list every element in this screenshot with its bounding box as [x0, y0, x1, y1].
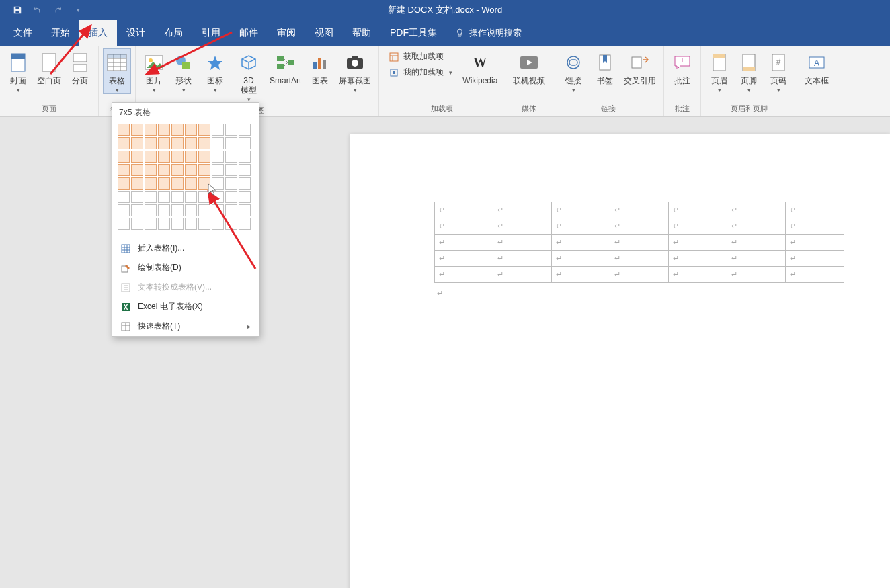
table-cell[interactable]: ↵	[552, 218, 610, 235]
table-grid-cell[interactable]	[185, 137, 197, 149]
table-grid-cell[interactable]	[225, 164, 237, 176]
table-grid-cell[interactable]	[171, 151, 184, 163]
comment-button[interactable]: + 批注	[668, 48, 696, 86]
table-grid-cell[interactable]	[158, 151, 170, 163]
table-cell[interactable]: ↵	[552, 267, 610, 283]
table-grid-cell[interactable]	[185, 177, 197, 190]
table-grid-cell[interactable]	[171, 218, 184, 230]
table-size-grid[interactable]	[112, 121, 259, 235]
table-grid-cell[interactable]	[239, 137, 251, 149]
table-grid-cell[interactable]	[239, 177, 251, 190]
table-cell[interactable]: ↵	[669, 235, 727, 251]
table-grid-cell[interactable]	[185, 164, 197, 176]
tab-insert[interactable]: 插入	[79, 20, 117, 46]
table-cell[interactable]: ↵	[727, 218, 786, 235]
table-cell[interactable]: ↵	[435, 267, 493, 283]
table-grid-cell[interactable]	[225, 218, 237, 230]
table-grid-cell[interactable]	[145, 204, 157, 216]
table-grid-cell[interactable]	[158, 164, 170, 176]
insert-table-button[interactable]: 表格▾	[103, 48, 131, 94]
tab-help[interactable]: 帮助	[343, 20, 380, 46]
excel-spreadsheet-menu[interactable]: X Excel 电子表格(X)	[112, 297, 259, 317]
table-grid-cell[interactable]	[158, 204, 170, 216]
table-grid-cell[interactable]	[131, 164, 143, 176]
chart-button[interactable]: 图表	[306, 48, 334, 86]
table-grid-cell[interactable]	[239, 164, 251, 176]
icons-button[interactable]: 图标▾	[199, 48, 231, 94]
tab-layout[interactable]: 布局	[155, 20, 192, 46]
tell-me-search[interactable]: 操作说明搜索	[446, 20, 530, 46]
pictures-button[interactable]: 图片▾	[140, 48, 168, 94]
table-grid-cell[interactable]	[171, 124, 184, 136]
table-grid-cell[interactable]	[212, 164, 224, 176]
table-grid-cell[interactable]	[198, 177, 210, 190]
table-grid-cell[interactable]	[225, 124, 237, 136]
table-cell[interactable]: ↵	[669, 267, 727, 283]
table-cell[interactable]: ↵	[493, 235, 552, 251]
table-grid-cell[interactable]	[225, 204, 237, 216]
table-grid-cell[interactable]	[198, 204, 210, 216]
table-cell[interactable]: ↵	[786, 235, 844, 251]
blank-page-button[interactable]: 空白页	[34, 48, 65, 86]
table-grid-cell[interactable]	[131, 151, 143, 163]
table-grid-cell[interactable]	[198, 137, 210, 149]
table-cell[interactable]: ↵	[552, 251, 610, 267]
table-grid-cell[interactable]	[118, 177, 130, 190]
table-grid-cell[interactable]	[118, 191, 130, 203]
table-grid-cell[interactable]	[145, 124, 157, 136]
table-cell[interactable]: ↵	[435, 251, 493, 267]
table-grid-cell[interactable]	[225, 151, 237, 163]
table-grid-cell[interactable]	[118, 204, 130, 216]
table-grid-cell[interactable]	[171, 191, 184, 203]
table-grid-cell[interactable]	[212, 191, 224, 203]
table-cell[interactable]: ↵	[669, 202, 727, 218]
table-grid-cell[interactable]	[225, 191, 237, 203]
table-cell[interactable]: ↵	[610, 235, 669, 251]
table-grid-cell[interactable]	[131, 177, 143, 190]
table-cell[interactable]: ↵	[493, 251, 552, 267]
table-grid-cell[interactable]	[171, 204, 184, 216]
link-button[interactable]: 链接▾	[557, 48, 590, 94]
table-cell[interactable]: ↵	[552, 235, 610, 251]
table-grid-cell[interactable]	[158, 177, 170, 190]
table-grid-cell[interactable]	[118, 218, 130, 230]
table-grid-cell[interactable]	[118, 124, 130, 136]
table-grid-cell[interactable]	[145, 137, 157, 149]
table-grid-cell[interactable]	[212, 218, 224, 230]
table-cell[interactable]: ↵	[610, 251, 669, 267]
table-grid-cell[interactable]	[212, 204, 224, 216]
table-cell[interactable]: ↵	[727, 235, 786, 251]
header-button[interactable]: 页眉▾	[705, 48, 733, 94]
table-grid-cell[interactable]	[131, 124, 143, 136]
table-grid-cell[interactable]	[185, 151, 197, 163]
table-grid-cell[interactable]	[198, 218, 210, 230]
tab-pdftools[interactable]: PDF工具集	[380, 20, 446, 46]
table-cell[interactable]: ↵	[493, 202, 552, 218]
get-addins-button[interactable]: 获取加载项	[387, 50, 454, 64]
table-cell[interactable]: ↵	[786, 218, 844, 235]
table-cell[interactable]: ↵	[435, 235, 493, 251]
crossref-button[interactable]: 交叉引用	[620, 48, 659, 86]
textbox-button[interactable]: A 文本框	[801, 48, 832, 86]
table-grid-cell[interactable]	[118, 137, 130, 149]
online-video-button[interactable]: 联机视频	[510, 48, 549, 86]
table-cell[interactable]: ↵	[669, 218, 727, 235]
table-grid-cell[interactable]	[118, 164, 130, 176]
document-page[interactable]: ↵↵↵↵↵↵↵↵↵↵↵↵↵↵↵↵↵↵↵↵↵↵↵↵↵↵↵↵↵↵↵↵↵↵↵ ↵	[350, 134, 890, 588]
table-grid-cell[interactable]	[145, 218, 157, 230]
table-grid-cell[interactable]	[239, 151, 251, 163]
table-grid-cell[interactable]	[158, 218, 170, 230]
wikipedia-button[interactable]: W Wikipedia	[459, 48, 501, 86]
table-cell[interactable]: ↵	[786, 251, 844, 267]
table-grid-cell[interactable]	[171, 177, 184, 190]
table-grid-cell[interactable]	[225, 177, 237, 190]
table-grid-cell[interactable]	[212, 124, 224, 136]
table-grid-cell[interactable]	[198, 151, 210, 163]
table-grid-cell[interactable]	[212, 137, 224, 149]
table-cell[interactable]: ↵	[727, 202, 786, 218]
tab-view[interactable]: 视图	[305, 20, 343, 46]
table-grid-cell[interactable]	[185, 124, 197, 136]
table-grid-cell[interactable]	[212, 151, 224, 163]
table-cell[interactable]: ↵	[786, 202, 844, 218]
table-grid-cell[interactable]	[158, 137, 170, 149]
